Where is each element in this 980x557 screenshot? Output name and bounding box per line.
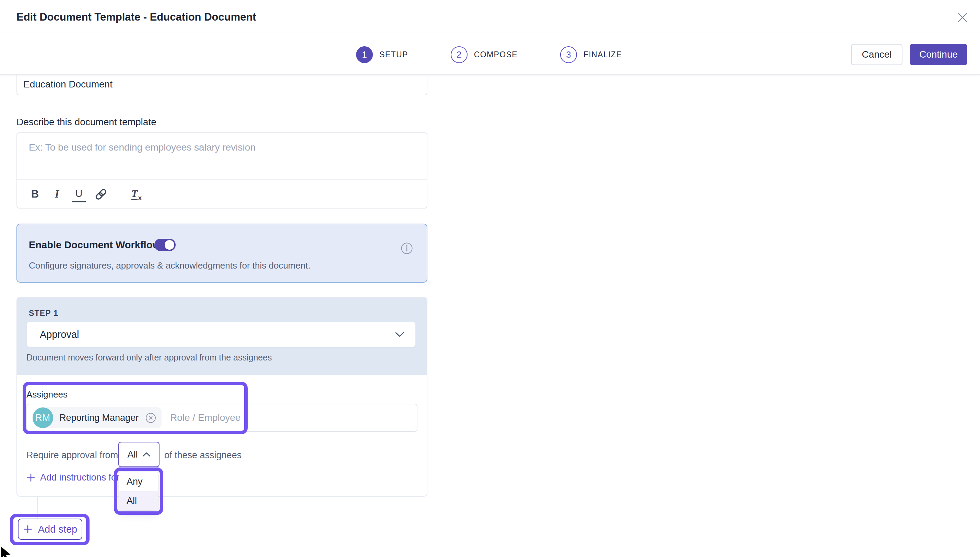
describe-label: Describe this document template: [16, 117, 156, 128]
italic-button[interactable]: I: [50, 186, 64, 202]
approval-rule-value: All: [127, 449, 138, 460]
continue-button[interactable]: Continue: [910, 44, 967, 65]
step-helper-text: Document moves forward only after approv…: [26, 353, 272, 363]
clear-formatting-t: T: [131, 188, 138, 200]
enable-workflow-panel: Enable Document Workflow Configure signa…: [16, 224, 427, 283]
stepper-step-compose[interactable]: 2 COMPOSE: [451, 46, 518, 63]
remove-circle-icon: [145, 413, 156, 423]
info-button[interactable]: [400, 242, 413, 256]
link-button[interactable]: [94, 186, 108, 202]
menu-option-all[interactable]: All: [119, 491, 158, 510]
clear-formatting-button[interactable]: Tx: [130, 186, 143, 202]
toggle-knob: [164, 240, 174, 250]
stepper-step-finalize[interactable]: 3 FINALIZE: [560, 46, 622, 63]
rich-text-toolbar: B I U Tx: [17, 180, 427, 208]
step-1-label: STEP 1: [29, 309, 58, 318]
step-label: FINALIZE: [583, 50, 622, 59]
add-instructions-link[interactable]: Add instructions for: [26, 472, 119, 483]
close-button[interactable]: [955, 10, 970, 25]
approval-rule-suffix: of these assignees: [164, 450, 241, 461]
step-number-badge: 1: [356, 46, 373, 63]
close-icon: [956, 11, 969, 24]
step-1-header: STEP 1 Approval Document moves forward o…: [17, 298, 427, 375]
underline-button[interactable]: U: [72, 186, 86, 202]
plus-icon: [23, 524, 33, 534]
step-label: COMPOSE: [474, 50, 518, 59]
add-instructions-label: Add instructions for: [40, 472, 119, 483]
step-connector-line: [37, 497, 38, 519]
dialog-header: Edit Document Template - Education Docum…: [0, 0, 980, 34]
edit-document-template-dialog: Edit Document Template - Education Docum…: [0, 0, 980, 557]
assignee-chip-name: Reporting Manager: [59, 413, 138, 423]
cancel-button[interactable]: Cancel: [851, 44, 902, 65]
workflow-description: Configure signatures, approvals & acknow…: [29, 260, 311, 271]
bold-button[interactable]: B: [28, 186, 42, 202]
assignees-label: Assignees: [26, 389, 68, 400]
info-icon: [400, 242, 413, 254]
link-icon: [94, 187, 108, 201]
assignee-input-field[interactable]: RM Reporting Manager Role / Employee: [26, 404, 417, 432]
stepper-step-setup[interactable]: 1 SETUP: [356, 46, 408, 63]
step-1-panel: STEP 1 Approval Document moves forward o…: [16, 297, 427, 497]
describe-editor: Ex: To be used for sending employees sal…: [16, 132, 427, 208]
step-type-value: Approval: [40, 329, 395, 340]
chevron-up-icon: [142, 452, 151, 457]
add-step-button[interactable]: Add step: [18, 519, 82, 540]
page-title: Edit Document Template - Education Docum…: [16, 0, 256, 34]
mouse-cursor: [0, 546, 16, 557]
assignee-chip: RM Reporting Manager: [33, 407, 161, 428]
approval-rule-dropdown-trigger[interactable]: All: [118, 442, 160, 467]
add-step-label: Add step: [38, 524, 77, 535]
workflow-toggle[interactable]: [155, 239, 176, 251]
avatar: RM: [33, 407, 53, 428]
workflow-title: Enable Document Workflow: [29, 239, 160, 251]
describe-textarea[interactable]: Ex: To be used for sending employees sal…: [29, 142, 256, 153]
chevron-down-icon: [395, 332, 404, 337]
remove-assignee-button[interactable]: [145, 413, 156, 423]
template-name-input[interactable]: Education Document: [16, 75, 427, 95]
approval-rule-menu: Any All: [119, 472, 158, 510]
step-type-select[interactable]: Approval: [26, 322, 416, 347]
menu-option-any[interactable]: Any: [119, 472, 158, 491]
step-number-badge: 2: [451, 46, 467, 63]
approval-rule-prefix: Require approval from: [26, 450, 118, 461]
step-label: SETUP: [379, 50, 408, 59]
stepper-bar: 1 SETUP 2 COMPOSE 3 FINALIZE Cancel Cont…: [0, 34, 980, 75]
clear-formatting-x: x: [138, 194, 142, 202]
stepper: 1 SETUP 2 COMPOSE 3 FINALIZE: [356, 34, 622, 75]
step-number-badge: 3: [560, 46, 577, 63]
assignee-placeholder: Role / Employee: [170, 404, 241, 431]
plus-icon: [26, 473, 35, 482]
